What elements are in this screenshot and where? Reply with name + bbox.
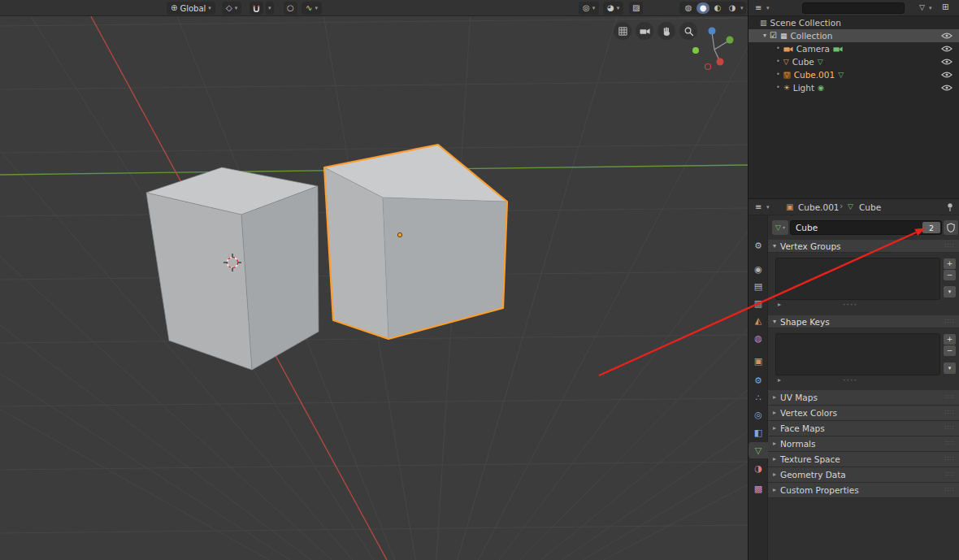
tab-view-layer[interactable]: ▥ bbox=[749, 295, 768, 311]
shading-material-button[interactable]: ◐ bbox=[711, 2, 724, 14]
shape-keys-list[interactable] bbox=[775, 333, 940, 376]
panel-header-custom-properties[interactable]: ▸ Custom Properties ∷∷ bbox=[768, 483, 959, 498]
snap-settings-dropdown[interactable]: ▾ bbox=[266, 2, 274, 15]
snap-magnet-icon bbox=[252, 4, 261, 13]
breadcrumb-object-label[interactable]: Cube.001 bbox=[798, 202, 840, 212]
axis-y-ball[interactable] bbox=[727, 37, 734, 44]
shading-wireframe-button[interactable]: ◍ bbox=[682, 2, 695, 14]
tab-object-data[interactable]: ▽ bbox=[749, 442, 768, 458]
pin-icon[interactable] bbox=[946, 202, 954, 212]
users-count-badge[interactable]: 2 bbox=[922, 222, 940, 233]
disclosure-closed-icon[interactable]: ▸ bbox=[778, 377, 781, 384]
axis-x-neg-ball[interactable] bbox=[705, 64, 711, 70]
fake-user-button[interactable] bbox=[944, 220, 958, 235]
list-resize-grip[interactable]: ···· bbox=[843, 376, 857, 384]
visibility-eye-icon[interactable] bbox=[941, 58, 952, 66]
panel-header-geometry-data[interactable]: ▸ Geometry Data ∷∷ bbox=[768, 467, 959, 483]
show-gizmo-dropdown[interactable]: ◎ ▾ bbox=[579, 2, 599, 15]
vertex-group-specials-button[interactable]: ▾ bbox=[944, 286, 956, 297]
chevron-down-icon[interactable]: ▾ bbox=[766, 205, 770, 211]
panel-drag-handle[interactable]: ∷∷ bbox=[945, 410, 955, 416]
tab-physics[interactable]: ◎ bbox=[749, 406, 768, 423]
show-overlays-dropdown[interactable]: ◕ ▾ bbox=[603, 2, 623, 15]
disclosure-open-icon[interactable]: ▾ bbox=[763, 33, 766, 39]
filter-funnel-icon[interactable]: ▽ bbox=[919, 4, 925, 11]
falloff-dropdown[interactable]: ∿ ▾ bbox=[302, 2, 322, 15]
tab-modifiers[interactable]: ⚙ bbox=[749, 372, 768, 389]
disclosure-closed-icon[interactable]: ▸ bbox=[778, 302, 781, 308]
tab-tool[interactable]: ⚙ bbox=[749, 237, 768, 254]
outliner-row-camera[interactable]: • Camera bbox=[749, 42, 959, 55]
xray-toggle[interactable]: ▨ bbox=[629, 2, 643, 15]
outliner-search-input[interactable] bbox=[802, 2, 905, 14]
row-label: Light bbox=[793, 83, 814, 93]
panel-drag-handle[interactable]: ∷∷ bbox=[945, 425, 955, 432]
outliner-row-scene-collection[interactable]: ▥ Scene Collection bbox=[749, 16, 959, 29]
panel-drag-handle[interactable]: ∷∷ bbox=[945, 394, 955, 401]
tab-object[interactable]: ▣ bbox=[749, 353, 768, 369]
vertex-group-add-button[interactable]: + bbox=[944, 258, 956, 269]
panel-header-texture-space[interactable]: ▸ Texture Space ∷∷ bbox=[768, 452, 959, 467]
axis-y-neg-ball[interactable] bbox=[692, 47, 699, 54]
panel-drag-handle[interactable]: ∷∷ bbox=[945, 471, 955, 478]
panel-header-vertex-colors[interactable]: ▸ Vertex Colors ∷∷ bbox=[768, 406, 959, 421]
outliner-row-collection[interactable]: ▾ ☑ ▦ Collection bbox=[749, 29, 959, 42]
panel-header-face-maps[interactable]: ▸ Face Maps ∷∷ bbox=[768, 421, 959, 436]
visibility-eye-icon[interactable] bbox=[941, 84, 952, 92]
list-resize-grip[interactable]: ···· bbox=[843, 300, 857, 309]
panel-drag-handle[interactable]: ∷∷ bbox=[945, 441, 955, 447]
panel-header-vertex-groups[interactable]: ▾ Vertex Groups ∷∷ bbox=[768, 240, 959, 253]
mesh-name-input[interactable] bbox=[790, 220, 942, 235]
axis-x-ball[interactable] bbox=[717, 59, 724, 66]
breadcrumb-data-icon: ▽ bbox=[848, 203, 853, 211]
panel-header-normals[interactable]: ▸ Normals ∷∷ bbox=[768, 436, 959, 452]
properties-editor-menu-icon[interactable]: ≡ bbox=[755, 203, 762, 211]
tab-constraints[interactable]: ◧ bbox=[749, 424, 768, 441]
panel-drag-handle[interactable]: ∷∷ bbox=[945, 487, 955, 493]
outliner-row-light[interactable]: • ☀ Light ◉ bbox=[749, 81, 959, 94]
transform-orientation-dropdown[interactable]: ⊕ Global ▾ bbox=[167, 2, 215, 15]
panel-header-shape-keys[interactable]: ▾ Shape Keys ∷∷ bbox=[768, 315, 959, 328]
shape-key-add-button[interactable]: + bbox=[944, 334, 956, 345]
shading-rendered-button[interactable]: ◑ bbox=[726, 2, 739, 14]
outliner-row-cube-001[interactable]: • ▽ Cube.001 ▽ bbox=[749, 68, 959, 81]
tab-output[interactable]: ▤ bbox=[749, 278, 768, 294]
camera-view-button[interactable] bbox=[636, 22, 653, 40]
new-collection-icon[interactable]: ⊞ bbox=[942, 3, 948, 11]
vertex-group-remove-button[interactable]: − bbox=[944, 270, 956, 280]
shape-key-remove-button[interactable]: − bbox=[944, 345, 956, 356]
visibility-eye-icon[interactable] bbox=[941, 71, 952, 79]
viewport-3d[interactable] bbox=[0, 0, 748, 560]
panel-drag-handle[interactable]: ∷∷ bbox=[945, 243, 955, 250]
tab-particles[interactable]: ∴ bbox=[749, 389, 768, 406]
tab-render[interactable]: ◉ bbox=[749, 261, 768, 277]
outliner-row-cube[interactable]: • ▽ Cube ▽ bbox=[749, 55, 959, 68]
snap-toggle[interactable] bbox=[250, 2, 263, 15]
id-type-dropdown[interactable]: ▽ ▾ bbox=[772, 220, 788, 235]
right-panel: ≡ ▾ ▽ ▾ ⊞ ▥ Scene Collection ▾ ☑ ▦ Colle… bbox=[748, 0, 959, 560]
shape-key-specials-button[interactable]: ▾ bbox=[944, 362, 956, 374]
panel-drag-handle[interactable]: ∷∷ bbox=[945, 456, 955, 462]
chevron-down-icon[interactable]: ▾ bbox=[929, 6, 932, 11]
shading-solid-button[interactable]: ● bbox=[696, 2, 709, 14]
breadcrumb-data-label[interactable]: Cube bbox=[859, 202, 881, 212]
toggle-ortho-button[interactable] bbox=[614, 22, 631, 40]
tab-texture[interactable]: ▩ bbox=[749, 480, 768, 497]
tab-scene[interactable]: ◭ bbox=[749, 312, 768, 328]
visibility-eye-icon[interactable] bbox=[941, 32, 952, 40]
pan-view-button[interactable] bbox=[657, 22, 675, 40]
proportional-editing-toggle[interactable]: ○ bbox=[284, 2, 297, 15]
axis-z-ball[interactable] bbox=[709, 28, 716, 35]
pivot-point-dropdown[interactable]: ◇ ▾ bbox=[222, 2, 241, 15]
chevron-down-icon: ▾ bbox=[948, 289, 952, 295]
collection-checkbox[interactable]: ☑ bbox=[770, 32, 777, 40]
panel-header-uv-maps[interactable]: ▸ UV Maps ∷∷ bbox=[768, 390, 959, 406]
outliner-editor-menu-icon[interactable]: ≡ bbox=[755, 4, 762, 12]
navigation-gizmo[interactable] bbox=[690, 24, 739, 73]
visibility-eye-icon[interactable] bbox=[941, 45, 952, 53]
panel-drag-handle[interactable]: ∷∷ bbox=[945, 319, 955, 325]
chevron-down-icon[interactable]: ▾ bbox=[766, 6, 770, 11]
tab-world[interactable]: ◍ bbox=[749, 330, 768, 346]
vertex-groups-list[interactable] bbox=[775, 258, 940, 300]
tab-material[interactable]: ◑ bbox=[749, 460, 768, 476]
